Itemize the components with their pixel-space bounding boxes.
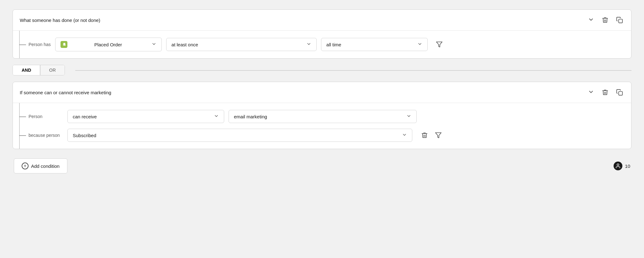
condition-1-delete-button[interactable] [600,15,610,25]
svg-marker-2 [436,42,442,47]
svg-marker-4 [435,133,441,138]
marketing-type-value: email marketing [234,114,267,119]
time-range-value: all time [326,42,341,47]
svg-rect-0 [619,19,622,23]
user-count-value: 10 [625,163,630,169]
and-or-toggle: AND OR [13,65,65,75]
status-chevron-icon [402,132,407,138]
status-dropdown[interactable]: Subscribed [67,129,412,142]
status-value: Subscribed [73,133,96,138]
svg-point-5 [617,164,619,166]
shopify-icon [61,41,67,48]
because-person-delete-button[interactable] [420,131,429,140]
placed-order-dropdown[interactable]: Placed Order [55,38,162,51]
svg-rect-3 [619,91,622,95]
can-receive-row: Person can receive email marketing [29,110,622,123]
and-or-container: AND OR [13,65,631,75]
condition-2-chevron-icon [588,89,594,96]
placed-order-value: Placed Order [94,42,122,47]
plus-circle-icon: + [22,163,29,169]
can-receive-dropdown[interactable]: can receive [67,110,224,123]
person-has-label: Person has [29,42,51,47]
add-condition-label: Add condition [31,163,60,169]
condition-1-filter-button[interactable] [435,40,444,49]
condition-1-actions [600,15,624,25]
time-range-dropdown[interactable]: all time [321,38,428,51]
condition-1-body: Person has Placed Order [13,30,631,58]
condition-1-header-left: What someone has done (or not done) [20,16,594,24]
condition-block-1: What someone has done (or not done) [13,9,631,59]
can-receive-chevron-icon [214,113,219,120]
person-label: Person [29,114,63,119]
add-condition-button[interactable]: + Add condition [14,158,67,173]
condition-2-header[interactable]: If someone can or cannot receive marketi… [13,82,631,103]
condition-1-chevron-icon [588,16,594,24]
condition-2-title: If someone can or cannot receive marketi… [20,90,111,95]
user-avatar-icon [614,162,622,170]
condition-2-body: Person can receive email marketing [13,103,631,149]
frequency-value: at least once [172,42,198,47]
placed-order-chevron-icon [151,41,156,48]
marketing-type-dropdown[interactable]: email marketing [229,110,417,123]
can-receive-value: can receive [73,114,97,119]
condition-2-header-left: If someone can or cannot receive marketi… [20,89,594,96]
condition-1-row: Person has Placed Order [29,38,622,51]
because-person-label: because person [29,133,63,138]
page-container: What someone has done (or not done) [13,9,631,173]
user-count-badge: 10 [614,162,630,170]
time-range-chevron-icon [417,41,422,48]
because-person-row: because person Subscribed [29,129,622,142]
frequency-dropdown[interactable]: at least once [166,38,317,51]
condition-2-copy-button[interactable] [615,88,624,97]
condition-1-title: What someone has done (or not done) [20,18,100,23]
frequency-chevron-icon [306,41,311,48]
condition-2-actions [600,88,624,97]
condition-1-copy-button[interactable] [615,15,624,25]
footer: + Add condition 10 [13,158,631,173]
and-button[interactable]: AND [13,65,40,75]
condition-block-2: If someone can or cannot receive marketi… [13,82,631,149]
because-person-row-actions [420,131,443,140]
marketing-type-chevron-icon [406,113,411,120]
condition-1-header[interactable]: What someone has done (or not done) [13,10,631,30]
condition-2-delete-button[interactable] [600,88,610,97]
or-button[interactable]: OR [40,65,65,75]
because-person-filter-button[interactable] [434,131,443,140]
